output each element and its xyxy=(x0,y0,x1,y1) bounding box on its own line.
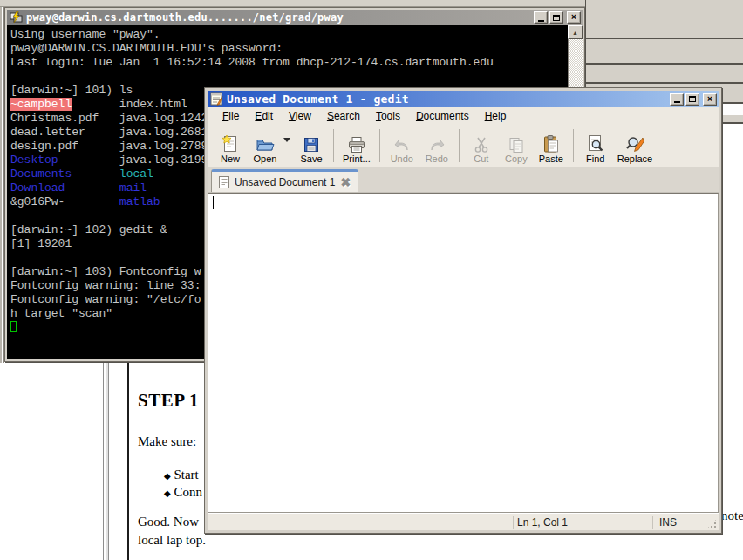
terminal-text-segment: mail xyxy=(119,181,147,195)
insert-mode-status: INS xyxy=(659,516,677,529)
document-icon xyxy=(219,176,229,188)
menu-tools[interactable]: Tools xyxy=(368,108,408,124)
terminal-line: pway@DARWIN.CS.DARTMOUTH.EDU's password: xyxy=(10,42,494,56)
putty-icon xyxy=(10,11,23,24)
resize-grip[interactable] xyxy=(706,518,718,529)
terminal-text-segment: [darwin:~] 101) ls xyxy=(10,84,133,97)
close-button[interactable]: × xyxy=(703,93,717,106)
gedit-menubar: FileEditViewSearchToolsDocumentsHelp xyxy=(208,107,719,125)
doc-bullet-1: ◆ Start xyxy=(164,468,199,482)
gedit-titlebar[interactable]: Unsaved Document 1 - gedit × xyxy=(208,91,719,107)
save-button[interactable]: Save xyxy=(294,126,329,165)
terminal-cursor xyxy=(10,321,17,332)
menu-view[interactable]: View xyxy=(281,108,319,124)
doc-para-line-2: local lap top. xyxy=(138,533,206,548)
menu-search[interactable]: Search xyxy=(319,108,368,124)
background-window-frame-rail xyxy=(103,360,111,560)
print-button[interactable]: Print... xyxy=(338,126,375,165)
gedit-title: Unsaved Document 1 - gedit xyxy=(227,92,670,106)
gedit-tabstrip: Unsaved Document 1 ✖ xyxy=(208,167,719,193)
scroll-up-icon[interactable]: ▲ xyxy=(568,25,583,39)
terminal-text-segment: local xyxy=(119,167,153,181)
new-button[interactable]: New xyxy=(213,126,248,165)
doc-para-line-1: Good. Now xyxy=(138,515,199,529)
undo-button: Undo xyxy=(385,126,419,165)
terminal-text-segment: Desktop xyxy=(10,154,58,167)
terminal-text-segment: Download xyxy=(10,181,65,195)
close-icon[interactable]: ✖ xyxy=(340,176,351,188)
terminal-titlebar[interactable]: pway@darwin.cs.dartmouth.edu......./net/… xyxy=(7,10,583,25)
terminal-title: pway@darwin.cs.dartmouth.edu......./net/… xyxy=(26,11,534,24)
toolbar-button-label: Find xyxy=(586,154,604,164)
terminal-text-segment: Christmas.pdf java.log.1242 xyxy=(10,112,208,125)
open-folder-icon xyxy=(256,133,275,154)
cursor-position-status: Ln 1, Col 1 xyxy=(517,516,568,529)
close-button[interactable]: × xyxy=(567,11,581,24)
new-document-icon xyxy=(222,133,239,154)
copy-button: Copy xyxy=(499,126,534,165)
terminal-text-segment: [darwin:~] 103) Fontconfig w xyxy=(10,265,201,278)
toolbar-button-label: Print... xyxy=(343,154,371,164)
doc-intro-text: Make sure: xyxy=(138,434,196,449)
maximize-button[interactable] xyxy=(685,93,699,106)
undo-icon xyxy=(392,133,412,154)
toolbar-button-label: Save xyxy=(300,154,322,164)
gedit-toolbar: NewOpenSavePrint...UndoRedoCutCopyPasteF… xyxy=(208,125,719,167)
terminal-text-segment: java.log.3199 xyxy=(58,154,208,167)
minimize-button[interactable] xyxy=(534,11,548,24)
toolbar-button-label: Copy xyxy=(505,154,528,164)
redo-button: Redo xyxy=(419,126,454,165)
menu-documents[interactable]: Documents xyxy=(408,108,477,124)
terminal-text-segment: design.pdf java.log.2789 xyxy=(10,140,208,153)
maximize-button[interactable] xyxy=(549,11,563,24)
toolbar-button-label: Open xyxy=(254,154,277,164)
toolbar-button-label: Redo xyxy=(426,154,448,164)
text-cursor xyxy=(213,196,214,209)
paste-button[interactable]: Paste xyxy=(534,126,569,165)
toolbar-button-label: Replace xyxy=(617,154,652,164)
find-button[interactable]: Find xyxy=(578,126,613,165)
terminal-text-segment: [1] 19201 xyxy=(10,237,72,250)
gedit-text-area[interactable] xyxy=(208,193,719,513)
terminal-text-segment: Fontconfig warning: line 33: xyxy=(10,279,201,292)
terminal-text-segment: h target "scan" xyxy=(10,307,112,320)
doc-step-heading: STEP 1 xyxy=(138,390,199,412)
terminal-text-segment: ~campbell xyxy=(10,98,72,111)
document-page-border xyxy=(127,360,129,560)
toolbar-separator xyxy=(459,129,460,162)
menu-edit[interactable]: Edit xyxy=(247,108,281,124)
toolbar-button-label: New xyxy=(221,154,240,164)
cut-icon xyxy=(474,133,489,154)
terminal-text-segment: Fontconfig warning: "/etc/fo xyxy=(10,293,201,306)
gedit-window: Unsaved Document 1 - gedit × FileEditVie… xyxy=(204,87,722,534)
desktop: STEP 1 Make sure: ◆ Start ◆ Conn Good. N… xyxy=(0,0,743,560)
find-icon xyxy=(587,133,604,154)
replace-button[interactable]: Replace xyxy=(613,126,657,165)
minimize-button[interactable] xyxy=(670,93,684,106)
terminal-text-segment xyxy=(65,181,119,195)
terminal-text-segment: matlab xyxy=(119,195,160,208)
cut-button: Cut xyxy=(464,126,499,165)
menu-file[interactable]: File xyxy=(215,108,247,124)
bullet-icon: ◆ xyxy=(164,471,171,481)
print-icon xyxy=(347,133,366,154)
toolbar-button-label: Undo xyxy=(391,154,413,164)
terminal-text-segment: &g016Pw- xyxy=(10,195,119,208)
terminal-line: Last login: Tue Jan 1 16:52:14 2008 from… xyxy=(10,56,494,70)
toolbar-separator xyxy=(333,129,334,162)
terminal-text-segment: Last login: Tue Jan 1 16:52:14 2008 from… xyxy=(10,56,494,69)
tab-unsaved-document-1[interactable]: Unsaved Document 1 ✖ xyxy=(211,169,358,192)
replace-icon xyxy=(625,133,644,154)
doc-bullet-2: ◆ Conn xyxy=(164,485,202,500)
terminal-line: Using username "pway". xyxy=(10,28,494,42)
toolbar-separator xyxy=(573,129,574,162)
save-floppy-icon xyxy=(303,133,320,154)
gedit-icon xyxy=(210,92,223,106)
redo-icon xyxy=(427,133,446,154)
doc-right-fragment: note xyxy=(721,509,743,523)
terminal-text-segment: Using username "pway". xyxy=(10,28,160,41)
menu-help[interactable]: Help xyxy=(477,108,515,124)
open-button[interactable]: Open xyxy=(248,126,283,165)
chevron-down-icon[interactable] xyxy=(283,138,290,142)
terminal-text-segment: [darwin:~] 102) gedit & xyxy=(10,223,167,236)
